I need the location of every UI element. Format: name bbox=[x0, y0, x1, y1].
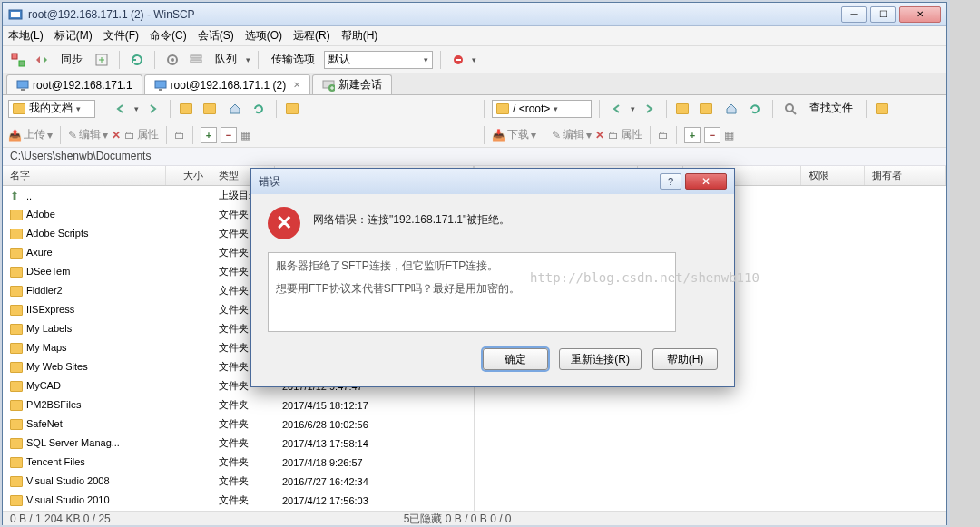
svg-rect-10 bbox=[456, 59, 461, 61]
refresh-icon[interactable] bbox=[127, 50, 147, 70]
sync-label[interactable]: 同步 bbox=[55, 50, 88, 69]
transfer-preset-combo[interactable]: 默认▾ bbox=[324, 51, 433, 69]
menu-option[interactable]: 选项(O) bbox=[245, 28, 282, 44]
remote-home-icon[interactable] bbox=[721, 99, 741, 119]
menu-mark[interactable]: 标记(M) bbox=[54, 28, 93, 44]
reconnect-button[interactable]: 重新连接(R) bbox=[559, 348, 642, 370]
tab-session-2[interactable]: root@192.168.171.1 (2) ✕ bbox=[144, 74, 311, 94]
col-owner[interactable]: 拥有者 bbox=[865, 166, 946, 185]
new-session-icon bbox=[322, 79, 335, 92]
remote-root-icon[interactable] bbox=[698, 99, 718, 119]
svg-rect-1 bbox=[11, 12, 20, 17]
minimize-button[interactable]: ─ bbox=[841, 6, 867, 23]
props-remote-btn[interactable]: 🗀 属性 bbox=[608, 127, 642, 142]
upload-btn[interactable]: 📤 上传 ▾ bbox=[8, 127, 53, 142]
menu-session[interactable]: 会话(S) bbox=[198, 28, 234, 44]
folder-icon bbox=[10, 210, 23, 220]
transfer-label: 传输选项 bbox=[266, 50, 320, 69]
close-button[interactable]: ✕ bbox=[899, 6, 941, 23]
help-button[interactable]: 帮助(H) bbox=[652, 348, 718, 370]
list-item[interactable]: Visual Studio 2008文件夹2016/7/27 16:42:34 bbox=[3, 472, 474, 491]
compare-icon[interactable] bbox=[32, 50, 52, 70]
local-up-icon[interactable] bbox=[178, 99, 198, 119]
maximize-button[interactable]: ☐ bbox=[870, 6, 896, 23]
list-item[interactable]: SQL Server Manag...文件夹2017/4/13 17:58:14 bbox=[3, 434, 474, 453]
select-toggle-remote-icon[interactable]: ▦ bbox=[724, 129, 734, 142]
queue-icon[interactable] bbox=[186, 50, 206, 70]
folder-icon bbox=[13, 103, 25, 114]
folder-icon bbox=[10, 400, 23, 411]
folder-icon bbox=[10, 267, 23, 278]
edit-btn[interactable]: ✎ 编辑 ▾ bbox=[68, 127, 108, 142]
sync-dirs-icon[interactable] bbox=[92, 50, 112, 70]
folder-icon bbox=[10, 457, 23, 468]
menu-file[interactable]: 文件(F) bbox=[103, 28, 139, 44]
select-toggle-icon[interactable]: ▦ bbox=[240, 129, 250, 142]
col-name[interactable]: 名字 bbox=[3, 166, 166, 185]
menu-remote[interactable]: 远程(R) bbox=[293, 28, 330, 44]
monitor-icon bbox=[16, 79, 29, 92]
list-item[interactable]: Visual Studio 2010文件夹2017/4/12 17:56:03 bbox=[3, 491, 474, 510]
ok-button[interactable]: 确定 bbox=[483, 348, 548, 370]
newfolder-remote-icon[interactable]: 🗀 bbox=[658, 129, 669, 142]
props-btn[interactable]: 🗀 属性 bbox=[124, 127, 159, 142]
edit-remote-btn[interactable]: ✎ 编辑 ▾ bbox=[552, 127, 592, 142]
dialog-titlebar[interactable]: 错误 ? ✕ bbox=[251, 169, 734, 194]
local-home-icon[interactable] bbox=[225, 99, 245, 119]
col-perm[interactable]: 权限 bbox=[801, 166, 865, 185]
select-plus-btn[interactable]: + bbox=[201, 127, 217, 143]
window-title: root@192.168.171.1 (2) - WinSCP bbox=[28, 8, 838, 21]
svg-rect-11 bbox=[17, 81, 28, 88]
remote-up-icon[interactable] bbox=[674, 99, 694, 119]
delete-icon[interactable]: ✕ bbox=[112, 129, 121, 142]
gear-icon[interactable] bbox=[162, 50, 182, 70]
list-item[interactable]: PM2BSFiles文件夹2017/4/15 18:12:17 bbox=[3, 395, 474, 415]
find-label[interactable]: 查找文件 bbox=[804, 99, 858, 118]
list-item[interactable]: SafeNet文件夹2016/6/28 10:02:56 bbox=[3, 415, 474, 434]
disconnect-icon[interactable] bbox=[448, 50, 468, 70]
select-plus-remote-btn[interactable]: + bbox=[684, 127, 701, 143]
titlebar[interactable]: root@192.168.171.1 (2) - WinSCP ─ ☐ ✕ bbox=[3, 3, 946, 26]
local-root-icon[interactable] bbox=[201, 99, 221, 119]
find-icon[interactable] bbox=[780, 99, 800, 119]
select-minus-remote-btn[interactable]: − bbox=[704, 127, 720, 143]
statusbar: 0 B / 1 204 KB 0 / 25 5已隐藏 0 B / 0 B 0 /… bbox=[3, 511, 946, 525]
queue-label[interactable]: 队列 bbox=[210, 50, 242, 69]
folder-icon bbox=[10, 286, 23, 297]
tab-close-icon[interactable]: ✕ bbox=[293, 80, 300, 90]
app-icon bbox=[8, 7, 23, 22]
dialog-title: 错误 bbox=[259, 174, 280, 190]
remote-fwd-icon[interactable] bbox=[639, 99, 659, 119]
local-breadcrumb: C:\Users\shenwb\Documents bbox=[3, 148, 946, 166]
download-btn[interactable]: 📥 下载 ▾ bbox=[492, 127, 536, 142]
folder-icon bbox=[10, 438, 23, 449]
local-fwd-icon[interactable] bbox=[142, 99, 162, 119]
tab-session-1[interactable]: root@192.168.171.1 bbox=[6, 74, 142, 94]
svg-rect-8 bbox=[191, 60, 201, 63]
local-bookmark-icon[interactable] bbox=[284, 99, 304, 119]
folder-icon bbox=[10, 362, 23, 373]
folder-icon bbox=[10, 419, 23, 430]
remote-back-icon[interactable] bbox=[607, 99, 627, 119]
dialog-detail[interactable]: 服务器拒绝了SFTP连接，但它监听FTP连接。 想要用FTP协议来代替SFTP吗… bbox=[268, 252, 676, 332]
menu-help[interactable]: 帮助(H) bbox=[341, 28, 378, 44]
newfolder-icon[interactable]: 🗀 bbox=[174, 129, 185, 142]
folder-icon bbox=[10, 229, 23, 239]
list-item[interactable]: Tencent Files文件夹2017/4/18 9:26:57 bbox=[3, 453, 474, 472]
remote-bookmark-icon[interactable] bbox=[874, 99, 894, 119]
dialog-close-icon[interactable]: ✕ bbox=[685, 173, 727, 190]
menu-local[interactable]: 本地(L) bbox=[8, 28, 44, 44]
local-back-icon[interactable] bbox=[111, 99, 131, 119]
local-refresh-icon[interactable] bbox=[249, 99, 269, 119]
sync-browse-icon[interactable] bbox=[8, 50, 28, 70]
dialog-help-icon[interactable]: ? bbox=[660, 173, 681, 190]
tab-new-session[interactable]: 新建会话 bbox=[312, 74, 392, 94]
local-path-combo[interactable]: 我的文档▾ bbox=[8, 100, 95, 118]
col-size[interactable]: 大小 bbox=[166, 166, 211, 185]
remote-path-combo[interactable]: / <root>▾ bbox=[492, 100, 592, 118]
menu-command[interactable]: 命令(C) bbox=[150, 28, 187, 44]
delete-remote-icon[interactable]: ✕ bbox=[595, 129, 604, 142]
remote-refresh-icon[interactable] bbox=[745, 99, 765, 119]
status-left: 0 B / 1 204 KB 0 / 25 bbox=[10, 512, 111, 525]
select-minus-btn[interactable]: − bbox=[220, 127, 237, 143]
